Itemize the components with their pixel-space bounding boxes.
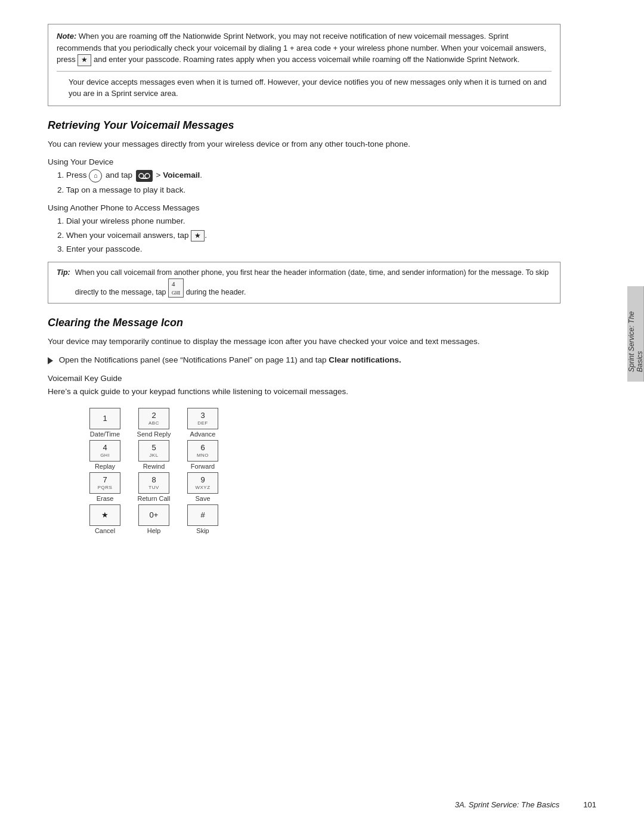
- key-button: 0+: [138, 504, 169, 526]
- section2-body1: Your device may temporarily continue to …: [48, 335, 561, 348]
- key-number: 5: [151, 443, 156, 453]
- key-4-sub: GHI: [172, 290, 180, 296]
- key-button: 8TUV: [138, 472, 169, 494]
- key-4-number: 4: [172, 280, 175, 287]
- key-cell: 1Date/Time: [83, 408, 126, 438]
- svg-rect-0: [136, 170, 153, 182]
- key-number: #: [200, 510, 205, 520]
- key-number: 6: [200, 443, 205, 453]
- key-letters: WXYZ: [195, 485, 210, 491]
- sub1-step2: 2. Tap on a message to play it back.: [57, 184, 561, 197]
- keypad-guide: 1Date/Time2ABCSend Reply3DEFAdvance4GHIR…: [83, 408, 561, 534]
- key-button: 2ABC: [138, 408, 169, 429]
- key-button: 4GHI: [89, 440, 120, 462]
- sub2-step1: 1. Dial your wireless phone number.: [57, 215, 561, 228]
- key-number: 4: [103, 443, 107, 453]
- section2-bullet: Open the Notifications panel (see “Notif…: [48, 354, 561, 367]
- clear-notifications-label: Clear notifications.: [329, 355, 401, 364]
- sub2-title: Using Another Phone to Access Messages: [48, 203, 561, 212]
- key-cell: ★Cancel: [83, 504, 126, 534]
- tip-box: Tip: When you call voicemail from anothe…: [48, 262, 561, 304]
- key-function-label: Erase: [97, 495, 114, 502]
- footer: 3A. Sprint Service: The Basics 101: [455, 800, 596, 809]
- key-function-label: Replay: [95, 463, 115, 470]
- key-cell: 9WXYZSave: [181, 472, 224, 502]
- key-function-label: Forward: [191, 463, 215, 470]
- home-button-icon: ⌂: [89, 169, 102, 182]
- key-button: #: [187, 504, 218, 526]
- sub2-list: 1. Dial your wireless phone number. 2. W…: [57, 215, 561, 256]
- key-function-label: Send Reply: [137, 431, 171, 438]
- sub1-list: 1. Press ⌂ and tap > Voicemail. 2. Tap o…: [57, 169, 561, 196]
- key-cell: 4GHIReplay: [83, 440, 126, 470]
- key-letters: GHI: [100, 453, 110, 459]
- key-cell: 8TUVReturn Call: [132, 472, 175, 502]
- key-cell: #Skip: [181, 504, 224, 534]
- key-cell: 2ABCSend Reply: [132, 408, 175, 438]
- key-function-label: Cancel: [95, 527, 115, 534]
- sub1-step1: 1. Press ⌂ and tap > Voicemail.: [57, 169, 561, 182]
- key-cell: 6MNOForward: [181, 440, 224, 470]
- section1-intro: You can review your messages directly fr…: [48, 138, 561, 151]
- key-cell: 3DEFAdvance: [181, 408, 224, 438]
- key-button: 6MNO: [187, 440, 218, 462]
- key-function-label: Return Call: [137, 495, 170, 502]
- key-button: 1: [89, 408, 120, 429]
- key-function-label: Help: [147, 527, 161, 534]
- tip-label: Tip:: [57, 267, 70, 298]
- key-number: 7: [103, 475, 107, 485]
- key-number: ★: [101, 510, 109, 520]
- key-button: 9WXYZ: [187, 472, 218, 494]
- key-function-label: Rewind: [143, 463, 165, 470]
- key-function-label: Skip: [196, 527, 209, 534]
- sub2-step2: 2. When your voicemail answers, tap ★.: [57, 229, 561, 242]
- key-cell: 7PQRSErase: [83, 472, 126, 502]
- tip-text2: during the header.: [186, 288, 246, 296]
- key-cell: 0+Help: [132, 504, 175, 534]
- note-label: Note:: [57, 32, 76, 41]
- note-box: Note: When you are roaming off the Natio…: [48, 24, 561, 106]
- section1-heading: Retrieving Your Voicemail Messages: [48, 119, 561, 132]
- key-number: 0+: [150, 510, 159, 520]
- voicemail-key-guide-intro: Here’s a quick guide to your keypad func…: [48, 385, 561, 398]
- key-letters: ABC: [148, 420, 159, 426]
- side-tab: Sprint Service: The Basics: [627, 286, 644, 382]
- key-letters: JKL: [149, 453, 158, 459]
- key-number: 2: [151, 411, 156, 420]
- key-letters: DEF: [197, 420, 208, 426]
- triangle-bullet-icon: [48, 357, 53, 364]
- section2-bullet-text: Open the Notifications panel (see “Notif…: [59, 355, 327, 364]
- key-cell: 5JKLRewind: [132, 440, 175, 470]
- voicemail-icon: [136, 170, 153, 182]
- key-function-label: Advance: [190, 431, 216, 438]
- key-function-label: Date/Time: [90, 431, 120, 438]
- sub2-step3: 3. Enter your passcode.: [57, 243, 561, 256]
- key-number: 3: [200, 411, 205, 420]
- star-key-inline: ★: [78, 54, 91, 66]
- star-key-step2: ★: [191, 230, 205, 242]
- voicemail-key-guide-title: Voicemail Key Guide: [48, 374, 561, 383]
- key-button: 5JKL: [138, 440, 169, 462]
- svg-rect-3: [141, 178, 147, 179]
- tip-text1: When you call voicemail from another pho…: [75, 268, 549, 296]
- key-button: 3DEF: [187, 408, 218, 429]
- note-text2: and enter your passcode. Roaming rates a…: [94, 55, 519, 64]
- voicemail-label: Voicemail: [163, 171, 200, 179]
- key-button: ★: [89, 504, 120, 526]
- key-letters: MNO: [197, 453, 209, 459]
- footer-page-number: 101: [583, 800, 596, 809]
- tip-content: When you call voicemail from another pho…: [75, 267, 552, 298]
- key-number: 9: [200, 475, 205, 485]
- key-4-inline: 4 GHI: [168, 278, 184, 298]
- key-button: 7PQRS: [89, 472, 120, 494]
- sub1-title: Using Your Device: [48, 157, 561, 166]
- key-number: 1: [103, 414, 107, 423]
- section2-heading: Clearing the Message Icon: [48, 317, 561, 329]
- key-letters: PQRS: [98, 485, 113, 491]
- note-inner-box: Your device accepts messages even when i…: [57, 71, 552, 100]
- footer-left: 3A. Sprint Service: The Basics: [455, 800, 560, 809]
- key-letters: TUV: [148, 485, 159, 491]
- note-inner-text: Your device accepts messages even when i…: [69, 78, 546, 98]
- key-number: 8: [151, 475, 156, 485]
- key-function-label: Save: [195, 495, 210, 502]
